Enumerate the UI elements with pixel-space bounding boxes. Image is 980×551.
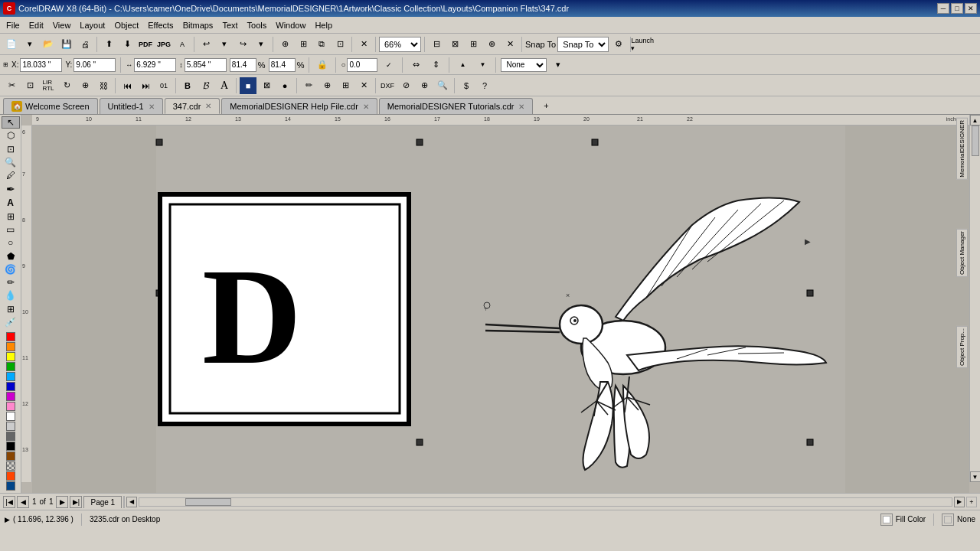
maximize-button[interactable]: □: [951, 3, 963, 14]
tb2-counter-btn[interactable]: 01: [155, 77, 172, 94]
transform-button[interactable]: ⊕: [276, 36, 293, 53]
tb2-pen-btn[interactable]: ✏: [300, 77, 317, 94]
delete-button[interactable]: ✕: [355, 36, 372, 53]
zoom-tool[interactable]: 🔍: [2, 156, 20, 168]
tab-tutorials[interactable]: MemorialDESIGNER Tutorials.cdr ✕: [379, 98, 534, 114]
swatch-cyan[interactable]: [6, 372, 15, 381]
angle-input[interactable]: [347, 58, 377, 72]
tb2-target-btn[interactable]: ⊕: [77, 77, 93, 94]
page-prev-btn[interactable]: ◀: [17, 496, 29, 508]
tb2-script-btn[interactable]: 𝓑: [198, 77, 214, 94]
pct1-input[interactable]: [230, 58, 256, 72]
tb2-no-btn[interactable]: ⊘: [397, 77, 414, 94]
undo-drop-button[interactable]: ▾: [216, 36, 233, 53]
scroll-up-btn[interactable]: ▲: [970, 115, 981, 126]
export-jpg-button[interactable]: JPG: [155, 36, 172, 53]
menu-text[interactable]: Text: [217, 19, 242, 31]
scroll-corner-btn[interactable]: +: [966, 497, 977, 507]
publish-pdf-button[interactable]: PDF: [137, 36, 154, 53]
view-normal-button[interactable]: ⊟: [428, 36, 445, 53]
pct2-input[interactable]: [269, 58, 296, 72]
menu-effects[interactable]: Effects: [143, 19, 178, 31]
object-prop-tab[interactable]: Object Manager: [956, 229, 968, 277]
menu-view[interactable]: View: [48, 19, 76, 31]
nudge-down-btn[interactable]: ▼: [474, 57, 491, 73]
scroll-track-v[interactable]: [972, 126, 979, 471]
table-tool[interactable]: ⊞: [2, 210, 20, 223]
tb2-dxf-btn[interactable]: DXF: [379, 77, 396, 94]
pen-tool[interactable]: ✒: [2, 182, 20, 196]
tb2-rotate-btn[interactable]: ↻: [58, 77, 75, 94]
angle-checkmark-btn[interactable]: ✓: [381, 57, 397, 73]
align-button[interactable]: ⊞: [295, 36, 312, 53]
tb2-crop-btn[interactable]: ⊡: [21, 77, 38, 94]
tb2-play-start-btn[interactable]: ⏮: [119, 77, 136, 94]
tab-347-close[interactable]: ✕: [205, 102, 211, 110]
scroll-left-btn[interactable]: ◀: [126, 497, 137, 507]
tb2-bold-btn[interactable]: B: [179, 77, 196, 94]
interactive-fill-tool[interactable]: ⊞: [2, 302, 20, 315]
redo-drop-button[interactable]: ▾: [253, 36, 270, 53]
lock-ratio-btn[interactable]: 🔒: [314, 57, 331, 73]
group-button[interactable]: ⊡: [332, 36, 348, 53]
y-input[interactable]: [74, 58, 116, 72]
tab-untitled[interactable]: Untitled-1 ✕: [100, 98, 163, 114]
view-grid-button[interactable]: ⊞: [465, 36, 482, 53]
swatch-checker[interactable]: [6, 461, 15, 471]
tab-welcome[interactable]: 🏠 Welcome Screen: [3, 98, 98, 114]
horizontal-scrollbar[interactable]: [139, 497, 952, 507]
polygon-tool[interactable]: ⬟: [2, 249, 20, 262]
tb2-zoom2-btn[interactable]: 🔍: [434, 77, 451, 94]
tb2-fill-dark-btn[interactable]: ●: [276, 77, 293, 94]
calligraphy-tool[interactable]: ✏: [2, 276, 20, 289]
color-dropper-tool[interactable]: 💉: [2, 316, 20, 328]
tb2-lir-btn[interactable]: LIRRTL: [40, 77, 57, 94]
ellipse-tool[interactable]: ○: [2, 236, 20, 249]
fill-dropdown[interactable]: None: [501, 58, 547, 72]
tb2-target2-btn[interactable]: ⊕: [416, 77, 433, 94]
zoom-select[interactable]: 66% 50% 75% 100%: [379, 37, 421, 52]
tb2-add-node-btn[interactable]: ⊕: [318, 77, 335, 94]
hscroll-thumb[interactable]: [185, 498, 231, 506]
menu-window[interactable]: Window: [271, 19, 310, 31]
view-guide-button[interactable]: ⊕: [483, 36, 500, 53]
rect-tool[interactable]: ▭: [2, 223, 20, 236]
menu-bitmaps[interactable]: Bitmaps: [178, 19, 218, 31]
launch-button[interactable]: Launch ▾: [634, 36, 651, 53]
open-button[interactable]: 📂: [40, 36, 57, 53]
tab-help[interactable]: MemorialDESIGNER Help File.cdr ✕: [221, 98, 377, 114]
swatch-fill[interactable]: [6, 471, 15, 481]
fill-tool[interactable]: 💧: [2, 289, 20, 302]
select-tool[interactable]: ↖: [2, 116, 20, 129]
tb2-link-btn[interactable]: ⛓: [95, 77, 112, 94]
tb2-cut-btn[interactable]: ✂: [3, 77, 20, 94]
tb2-question-btn[interactable]: ?: [476, 77, 493, 94]
page-next-btn[interactable]: ▶: [56, 496, 68, 508]
swatch-magenta[interactable]: [6, 392, 15, 401]
menu-edit[interactable]: Edit: [24, 19, 48, 31]
open-menu-button[interactable]: ▾: [21, 36, 38, 53]
text-tool[interactable]: A: [2, 197, 20, 209]
tab-347[interactable]: 347.cdr ✕: [165, 98, 220, 114]
swatch-red[interactable]: [6, 332, 15, 341]
mirror-v-btn[interactable]: ⇕: [427, 57, 444, 73]
swatch-brown[interactable]: [6, 452, 15, 461]
menu-tools[interactable]: Tools: [243, 19, 272, 31]
tb2-fill-solid-btn[interactable]: ■: [240, 77, 256, 94]
swatch-black[interactable]: [6, 442, 15, 451]
page-last-btn[interactable]: ▶|: [70, 496, 82, 508]
w-input[interactable]: [134, 58, 176, 72]
mirror-h-btn[interactable]: ⇔: [407, 57, 424, 73]
page-1-tab[interactable]: Page 1: [83, 496, 122, 508]
menu-help[interactable]: Help: [310, 19, 337, 31]
h-input[interactable]: [185, 58, 227, 72]
import-button[interactable]: ⬆: [100, 36, 117, 53]
shape-tool[interactable]: ⬡: [2, 129, 20, 142]
swatch-darkgray[interactable]: [6, 432, 15, 441]
freehand-tool[interactable]: 🖊: [2, 169, 20, 181]
print-button[interactable]: 🖨: [77, 36, 93, 53]
new-tab-button[interactable]: +: [537, 97, 554, 114]
redo-button[interactable]: ↪: [234, 36, 251, 53]
options-button[interactable]: A: [174, 36, 191, 53]
tb2-dollar-btn[interactable]: $: [458, 77, 475, 94]
